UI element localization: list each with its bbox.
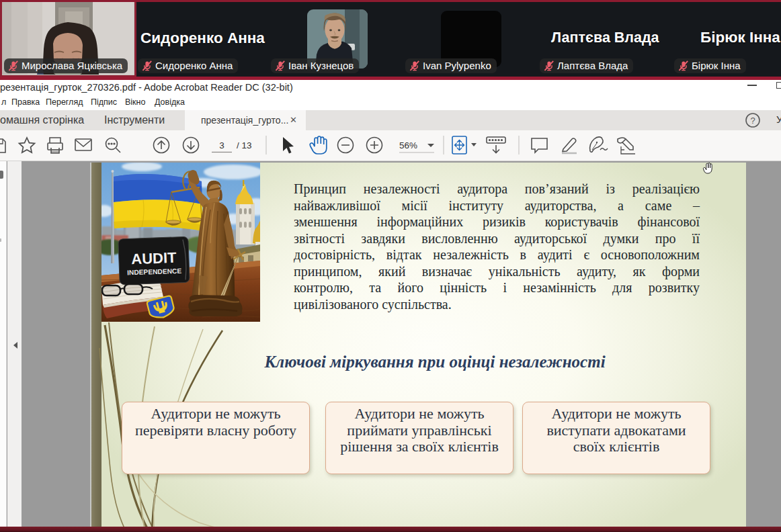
svg-text:?: ? <box>750 116 755 126</box>
svg-text:56%: 56% <box>399 140 417 150</box>
svg-text:/ 13: / 13 <box>237 140 252 150</box>
svg-text:AUDIT: AUDIT <box>131 249 177 267</box>
svg-text:3: 3 <box>219 140 224 150</box>
